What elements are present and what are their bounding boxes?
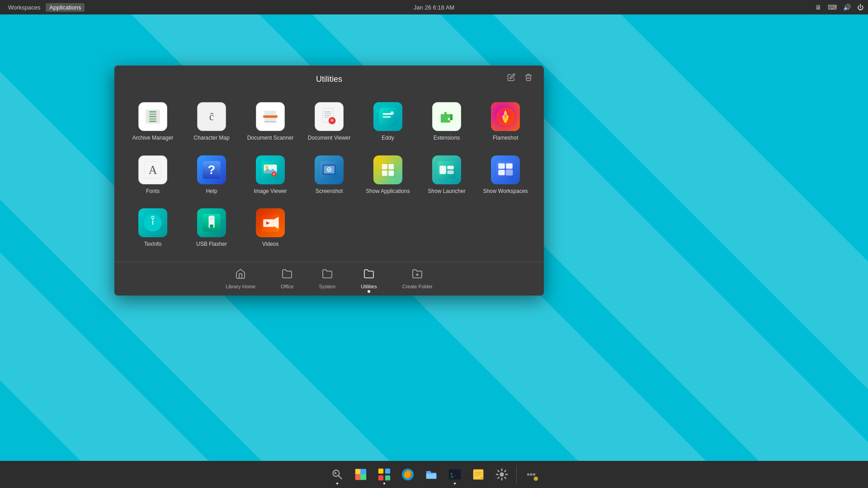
taskbar-files[interactable] xyxy=(420,464,442,485)
app-archive-manager[interactable]: Archive Manager xyxy=(123,98,182,146)
document-viewer-label: Document Viewer xyxy=(308,135,351,142)
svg-rect-73 xyxy=(360,469,366,475)
svg-rect-52 xyxy=(498,170,505,175)
usb-flasher-label: USB Flasher xyxy=(196,241,227,248)
svg-line-97 xyxy=(497,477,499,479)
create-folder-label: Create Folder xyxy=(402,284,433,289)
delete-button[interactable] xyxy=(522,71,535,84)
taskbar-search[interactable]: 🔍 xyxy=(326,464,348,485)
app-extensions[interactable]: Extensions xyxy=(417,98,476,146)
app-texinfo[interactable]: i TexInfo xyxy=(123,204,182,253)
show-launcher-label: Show Launcher xyxy=(428,188,465,195)
svg-rect-1 xyxy=(149,111,156,113)
app-show-workspaces[interactable]: Show Workspaces xyxy=(476,151,535,200)
svg-rect-41 xyxy=(382,164,387,169)
show-applications-label: Show Applications xyxy=(366,188,410,195)
applications-button[interactable]: Applications xyxy=(46,3,85,12)
svg-text:$ _: $ _ xyxy=(450,472,456,476)
office-icon xyxy=(282,268,292,282)
app-show-applications[interactable]: Show Applications xyxy=(359,151,417,200)
svg-text:👁: 👁 xyxy=(330,118,334,123)
fonts-label: Fonts xyxy=(146,188,160,195)
svg-line-94 xyxy=(497,470,499,472)
taskbar-firefox[interactable] xyxy=(397,464,419,485)
power-icon[interactable]: ⏻ xyxy=(857,4,863,11)
modal-title: Utilities xyxy=(316,75,342,84)
folder-utilities[interactable]: Utilities xyxy=(348,266,389,292)
image-viewer-label: Image Viewer xyxy=(254,188,287,195)
svg-rect-42 xyxy=(388,164,394,169)
folder-create[interactable]: Create Folder xyxy=(390,266,445,292)
taskbar-settings[interactable] xyxy=(491,464,513,485)
svg-rect-50 xyxy=(498,163,505,169)
topbar-right: 🖥 ⌨ 🔊 ⏻ xyxy=(815,4,863,11)
show-applications-icon xyxy=(373,155,402,184)
keyboard-icon[interactable]: ⌨ xyxy=(828,4,837,11)
svg-rect-78 xyxy=(378,475,383,480)
character-map-label: Character Map xyxy=(193,135,229,142)
modal-header: Utilities xyxy=(114,66,544,89)
svg-rect-3 xyxy=(149,116,156,117)
svg-point-99 xyxy=(530,473,533,476)
display-icon[interactable]: 🖥 xyxy=(815,4,821,11)
app-character-map[interactable]: ĉ Character Map xyxy=(182,98,241,146)
system-icon xyxy=(322,268,333,282)
app-show-launcher[interactable]: Show Launcher xyxy=(417,151,476,200)
flameshot-label: Flameshot xyxy=(493,135,518,142)
svg-point-98 xyxy=(527,473,529,476)
utilities-folder-icon xyxy=(363,268,374,282)
show-launcher-icon xyxy=(432,155,461,184)
workspaces-button[interactable]: Workspaces xyxy=(5,3,44,12)
volume-icon[interactable]: 🔊 xyxy=(843,4,851,11)
topbar-datetime: Jan 26 6:18 AM xyxy=(414,4,454,11)
app-help[interactable]: ? Help xyxy=(182,151,241,200)
app-flameshot[interactable]: Flameshot xyxy=(476,98,535,146)
document-scanner-label: Document Scanner xyxy=(247,135,294,142)
svg-line-95 xyxy=(504,477,506,479)
svg-rect-2 xyxy=(149,113,156,115)
app-eddy[interactable]: Eddy xyxy=(359,98,417,146)
taskbar-terminal[interactable]: $ _ xyxy=(444,464,466,485)
app-document-viewer[interactable]: 👁 Document Viewer xyxy=(300,98,359,146)
topbar: Workspaces Applications Jan 26 6:18 AM 🖥… xyxy=(0,0,868,14)
app-screenshot[interactable]: Screenshot xyxy=(300,151,359,200)
svg-rect-11 xyxy=(264,121,276,122)
svg-rect-53 xyxy=(506,170,512,175)
app-fonts[interactable]: A Fonts xyxy=(123,151,182,200)
taskbar-notes[interactable] xyxy=(350,464,372,485)
library-home-label: Library Home xyxy=(226,284,255,289)
svg-text:ĉ: ĉ xyxy=(209,111,214,122)
app-document-scanner[interactable]: Document Scanner xyxy=(241,98,300,146)
archive-manager-label: Archive Manager xyxy=(132,135,174,142)
edit-button[interactable] xyxy=(505,71,518,84)
svg-rect-77 xyxy=(385,469,390,474)
taskbar-search-dot xyxy=(336,483,338,484)
apps-grid: Archive Manager ĉ Character Map xyxy=(114,89,544,262)
svg-rect-61 xyxy=(210,217,211,220)
utilities-modal: Utilities xyxy=(114,66,544,296)
app-usb-flasher[interactable]: USB Flasher xyxy=(182,204,241,253)
videos-label: Videos xyxy=(262,241,278,248)
svg-rect-47 xyxy=(447,165,453,169)
app-image-viewer[interactable]: Image Viewer xyxy=(241,151,300,200)
utilities-dot xyxy=(368,290,370,293)
document-scanner-icon xyxy=(256,102,285,131)
svg-rect-75 xyxy=(360,474,366,480)
svg-rect-10 xyxy=(263,115,278,117)
folder-system[interactable]: System xyxy=(307,266,349,292)
fonts-icon: A xyxy=(138,155,167,184)
taskbar-extra[interactable]: 🔧 xyxy=(520,464,542,485)
svg-rect-76 xyxy=(378,469,383,474)
svg-text:🔧: 🔧 xyxy=(534,477,538,481)
app-videos[interactable]: Videos xyxy=(241,204,300,253)
folder-library-home[interactable]: Library Home xyxy=(213,266,268,292)
archive-manager-icon xyxy=(138,102,167,131)
svg-text:🔍: 🔍 xyxy=(334,472,338,475)
taskbar: 🔍 xyxy=(0,461,868,488)
eddy-label: Eddy xyxy=(382,135,394,142)
taskbar-show-apps[interactable] xyxy=(373,464,395,485)
folder-office[interactable]: Office xyxy=(268,266,307,292)
svg-rect-60 xyxy=(210,225,213,228)
svg-rect-40 xyxy=(379,161,396,178)
taskbar-sticky-notes[interactable] xyxy=(467,464,489,485)
